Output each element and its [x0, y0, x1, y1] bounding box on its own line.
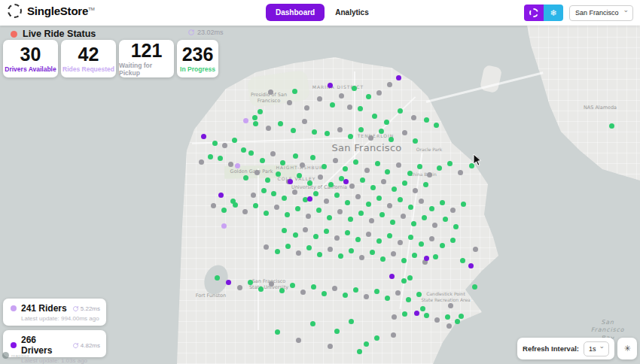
map-marker — [448, 303, 453, 308]
map-marker — [357, 349, 362, 354]
map-attribution[interactable]: mapbox — [2, 352, 29, 359]
map-marker — [293, 232, 298, 238]
map-marker — [379, 129, 384, 134]
map-place-label: Fort Funston — [196, 293, 226, 299]
singlestore-db-button[interactable] — [524, 5, 544, 21]
map-marker — [307, 180, 312, 186]
theme-toggle-button[interactable]: ✳ — [617, 338, 637, 359]
map-marker — [401, 258, 407, 263]
map-marker — [358, 211, 364, 216]
map-marker — [369, 218, 374, 223]
map-marker — [248, 150, 254, 156]
map-marker — [398, 108, 403, 114]
map-marker — [348, 134, 353, 139]
map-marker — [208, 154, 213, 159]
map-marker — [353, 159, 358, 165]
map-marker — [395, 290, 401, 296]
map-marker — [222, 143, 227, 148]
latency-clock-icon — [72, 342, 79, 349]
refresh-interval-control: Refresh Interval: 1s ⌄ — [517, 338, 614, 359]
map-marker — [429, 206, 434, 211]
drivers-latency: 4.82ms — [72, 342, 100, 349]
map-marker — [264, 244, 269, 250]
map-marker — [279, 288, 285, 293]
map-marker — [443, 217, 448, 222]
map-marker — [334, 235, 340, 241]
map-marker — [270, 151, 276, 156]
map-marker — [343, 166, 348, 171]
map-marker — [199, 159, 204, 165]
map-marker — [419, 199, 424, 204]
drivers-latency-value: 4.82ms — [81, 342, 100, 349]
map-marker — [328, 182, 334, 187]
snowflake-db-button[interactable]: ❄ — [544, 5, 563, 21]
map-marker — [398, 197, 403, 202]
map-marker — [396, 75, 401, 80]
refresh-interval-label: Refresh Interval: — [523, 344, 579, 353]
refresh-interval-select[interactable]: 1s — [584, 341, 609, 356]
map-marker — [226, 280, 231, 285]
map-marker — [317, 252, 322, 257]
map-marker — [374, 289, 379, 294]
stat-card-in-progress: 236 In Progress — [177, 40, 218, 77]
map-marker — [370, 250, 375, 255]
map-marker — [261, 188, 267, 193]
singlestore-logo-icon — [8, 4, 22, 18]
map-marker — [434, 317, 440, 323]
map-marker — [296, 250, 301, 256]
map-marker — [402, 130, 407, 135]
map-marker — [322, 164, 327, 169]
map-marker — [368, 135, 373, 141]
tab-analytics[interactable]: Analytics — [335, 8, 368, 17]
stat-card-drivers-available: 30 Drivers Available — [3, 40, 58, 77]
map-marker — [328, 247, 333, 252]
riders-dot-icon — [11, 305, 17, 311]
latency-value: 23.02ms — [197, 29, 224, 36]
database-toggle-group: ❄ — [524, 5, 563, 21]
city-select[interactable]: San Francisco — [569, 5, 633, 21]
map-marker — [269, 281, 274, 287]
map-marker — [401, 214, 406, 219]
stat-label: Waiting for Pickup — [119, 62, 174, 77]
map-marker — [389, 274, 395, 279]
tab-dashboard[interactable]: Dashboard — [266, 4, 325, 21]
map-place-label: NAS Alameda — [584, 105, 617, 111]
map-marker — [381, 179, 386, 184]
map-marker — [434, 123, 439, 128]
map-marker — [290, 283, 295, 288]
map-marker — [241, 147, 246, 153]
map-marker — [390, 220, 395, 225]
map-marker — [330, 102, 335, 108]
map-marker — [375, 161, 380, 166]
map-marker — [364, 341, 369, 347]
map-marker — [243, 175, 248, 180]
map-marker — [389, 137, 394, 142]
map-marker — [408, 235, 413, 240]
map-marker — [459, 314, 464, 319]
map-marker — [327, 215, 332, 220]
map-marker — [285, 244, 291, 249]
riders-count: 241 Riders — [21, 303, 68, 314]
map-marker — [232, 138, 237, 143]
map-marker — [413, 188, 418, 193]
map-marker — [293, 153, 298, 159]
map-marker — [358, 127, 364, 132]
map-marker — [391, 251, 396, 256]
map-marker — [450, 238, 456, 243]
map-marker — [349, 184, 355, 189]
map-marker — [385, 169, 390, 174]
drivers-dot-icon — [11, 342, 17, 348]
stat-label: Rides Requested — [62, 65, 114, 73]
stat-value: 121 — [131, 41, 163, 60]
header-right: ❄ San Francisco ⌄ — [524, 5, 633, 21]
map-marker — [325, 131, 330, 136]
brand: SingleStoreTM — [8, 4, 95, 18]
map-marker — [609, 123, 614, 129]
map-marker — [422, 215, 427, 220]
map-marker — [328, 344, 333, 349]
map-marker — [317, 96, 322, 102]
stat-card-waiting-pickup: 121 Waiting for Pickup — [119, 40, 174, 77]
map-marker — [310, 155, 315, 160]
map-marker — [366, 94, 371, 99]
map-marker — [266, 126, 271, 131]
